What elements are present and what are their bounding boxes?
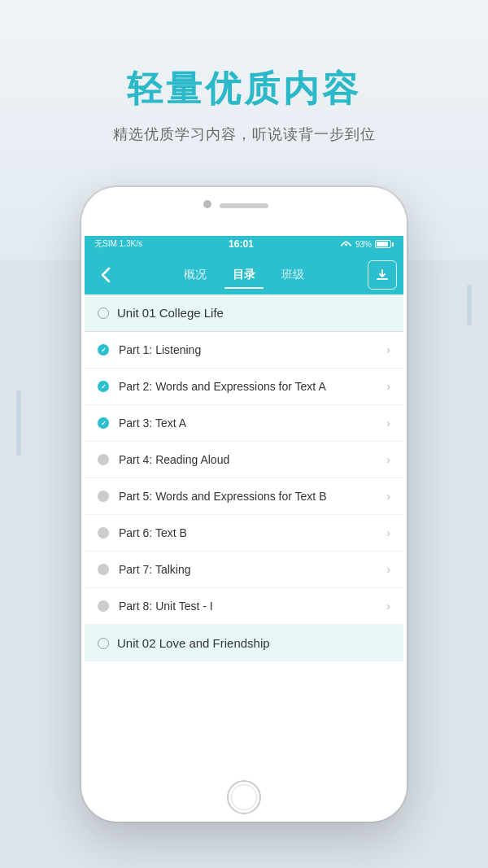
list-item[interactable]: Part 7: Talking›	[85, 552, 403, 588]
item-label: Part 4: Reading Aloud	[119, 453, 386, 466]
content-list[interactable]: Unit 01 College Life Part 1: Listening›P…	[85, 294, 403, 773]
unit1-circle	[98, 308, 109, 319]
home-button[interactable]	[227, 780, 261, 814]
download-icon	[376, 268, 389, 281]
phone-camera	[203, 200, 211, 208]
list-item[interactable]: Part 1: Listening›	[85, 332, 403, 369]
unit2-circle	[98, 638, 109, 649]
chevron-right-icon: ›	[386, 600, 390, 613]
status-carrier: 无SIM 1.3K/s	[94, 238, 142, 250]
deco-right	[467, 285, 472, 325]
tab-contents[interactable]: 目录	[220, 263, 268, 287]
battery-icon	[375, 240, 394, 248]
status-time: 16:01	[229, 238, 254, 250]
item-status-dot	[98, 564, 109, 575]
nav-tabs: 概况 目录 班级	[120, 263, 368, 287]
list-item[interactable]: Part 2: Words and Expressions for Text A…	[85, 369, 403, 405]
item-label: Part 5: Words and Expressions for Text B	[119, 490, 386, 503]
item-label: Part 6: Text B	[119, 526, 386, 539]
chevron-right-icon: ›	[386, 526, 390, 539]
unit1-title: Unit 01 College Life	[117, 306, 224, 320]
list-item[interactable]: Part 3: Text A›	[85, 405, 403, 442]
item-label: Part 8: Unit Test - I	[119, 600, 386, 613]
item-label: Part 1: Listening	[119, 343, 386, 356]
chevron-right-icon: ›	[386, 343, 390, 356]
tab-overview[interactable]: 概况	[171, 263, 220, 287]
phone-mockup: 无SIM 1.3K/s 16:01 93%	[81, 187, 407, 822]
chevron-right-icon: ›	[386, 490, 390, 503]
back-icon	[101, 267, 111, 283]
unit1-header: Unit 01 College Life	[85, 294, 403, 332]
item-status-dot	[98, 491, 109, 502]
item-label: Part 7: Talking	[119, 563, 386, 576]
item-status-dot	[98, 381, 109, 392]
item-status-dot	[98, 527, 109, 539]
item-status-dot	[98, 600, 109, 612]
phone-bottom-bar	[81, 773, 407, 822]
list-item[interactable]: Part 6: Text B›	[85, 515, 403, 552]
phone-screen: 无SIM 1.3K/s 16:01 93%	[85, 233, 403, 773]
wifi-text	[340, 239, 352, 250]
status-bar: 无SIM 1.3K/s 16:01 93%	[85, 233, 403, 255]
tab-class[interactable]: 班级	[268, 263, 317, 287]
unit2-header: Unit 02 Love and Friendship	[85, 625, 403, 661]
item-label: Part 3: Text A	[119, 417, 386, 430]
item-status-dot	[98, 454, 109, 465]
list-item[interactable]: Part 8: Unit Test - I›	[85, 588, 403, 625]
phone-speaker	[220, 203, 268, 208]
chevron-right-icon: ›	[386, 563, 390, 576]
parts-list: Part 1: Listening›Part 2: Words and Expr…	[85, 332, 403, 625]
wifi-icon	[340, 239, 352, 248]
chevron-right-icon: ›	[386, 453, 390, 466]
chevron-right-icon: ›	[386, 417, 390, 430]
chevron-right-icon: ›	[386, 380, 390, 393]
main-title: 轻量优质内容	[0, 65, 488, 113]
list-item[interactable]: Part 4: Reading Aloud›	[85, 442, 403, 478]
unit2-title: Unit 02 Love and Friendship	[117, 636, 270, 650]
battery-percent: 93%	[355, 240, 372, 249]
nav-bar: 概况 目录 班级	[85, 255, 403, 294]
phone-top-bar	[81, 187, 407, 236]
item-status-dot	[98, 417, 109, 429]
list-item[interactable]: Part 5: Words and Expressions for Text B…	[85, 478, 403, 515]
download-button[interactable]	[368, 260, 397, 290]
deco-left	[16, 390, 21, 456]
header-section: 轻量优质内容 精选优质学习内容，听说读背一步到位	[0, 0, 488, 144]
back-button[interactable]	[91, 260, 120, 290]
item-label: Part 2: Words and Expressions for Text A	[119, 380, 386, 393]
sub-title: 精选优质学习内容，听说读背一步到位	[0, 124, 488, 144]
home-button-inner	[231, 784, 257, 810]
status-right: 93%	[340, 239, 394, 250]
item-status-dot	[98, 344, 109, 355]
